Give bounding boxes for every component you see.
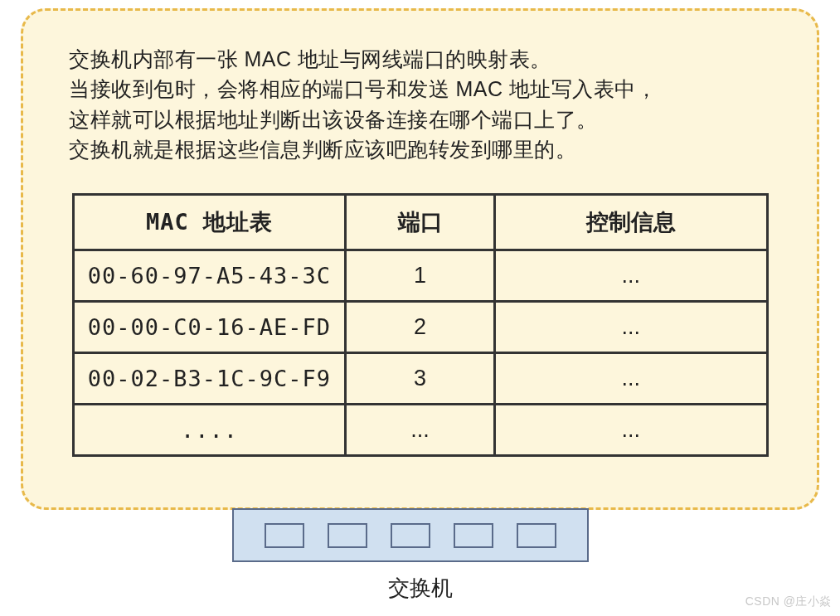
cell-port: 1 [346,250,494,302]
desc-line-3: 这样就可以根据地址判断出该设备连接在哪个端口上了。 [69,104,771,134]
table-row: 00-00-C0-16-AE-FD 2 ... [73,302,767,353]
cell-mac: 00-60-97-A5-43-3C [73,250,346,302]
callout-box: 交换机内部有一张 MAC 地址与网线端口的映射表。 当接收到包时，会将相应的端口… [21,8,819,510]
header-ctrl: 控制信息 [494,195,767,250]
switch-port-icon [328,523,367,548]
switch-port-icon [517,523,556,548]
desc-line-1: 交换机内部有一张 MAC 地址与网线端口的映射表。 [69,44,771,74]
table-row: 00-60-97-A5-43-3C 1 ... [73,250,767,302]
cell-port: 2 [346,302,494,353]
switch-device [232,508,589,562]
cell-mac: 00-02-B3-1C-9C-F9 [73,353,346,405]
cell-ctrl: ... [494,405,767,456]
switch-port-icon [391,523,430,548]
mac-address-table: MAC 地址表 端口 控制信息 00-60-97-A5-43-3C 1 ... … [72,193,769,457]
cell-port: ... [346,405,494,456]
cell-ctrl: ... [494,250,767,302]
desc-line-2: 当接收到包时，会将相应的端口号和发送 MAC 地址写入表中， [69,74,771,104]
header-mac: MAC 地址表 [73,195,346,250]
cell-mac: 00-00-C0-16-AE-FD [73,302,346,353]
table-header-row: MAC 地址表 端口 控制信息 [73,195,767,250]
table-row: .... ... ... [73,405,767,456]
table-row: 00-02-B3-1C-9C-F9 3 ... [73,353,767,405]
switch-port-icon [454,523,493,548]
watermark-text: CSDN @庄小焱 [745,594,832,609]
header-port: 端口 [346,195,494,250]
switch-label: 交换机 [0,574,840,603]
switch-port-icon [265,523,304,548]
cell-port: 3 [346,353,494,405]
cell-mac: .... [73,405,346,456]
description-text: 交换机内部有一张 MAC 地址与网线端口的映射表。 当接收到包时，会将相应的端口… [69,44,771,164]
desc-line-4: 交换机就是根据这些信息判断应该吧跑转发到哪里的。 [69,134,771,164]
cell-ctrl: ... [494,302,767,353]
cell-ctrl: ... [494,353,767,405]
